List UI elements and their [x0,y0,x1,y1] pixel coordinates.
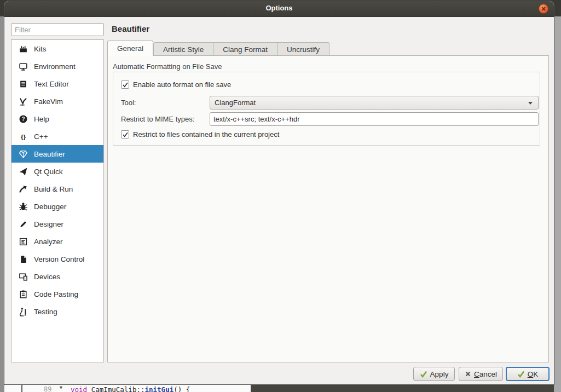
enable-autoformat-checkbox[interactable] [121,80,129,89]
beautifier-icon [18,149,28,159]
analyzer-icon [18,237,28,246]
sidebar-item-label: Debugger [34,203,66,211]
sidebar-item-label: Designer [34,220,63,228]
sidebar-item-label: Analyzer [34,238,63,246]
sidebar-item-kits[interactable]: Kits [11,40,103,57]
tool-label: Tool: [121,99,136,107]
button-label: Cancel [474,370,497,378]
sidebar-item-devices[interactable]: Devices [11,268,103,285]
enable-autoformat-row: Enable auto format on file save [121,80,231,89]
window-title: Options [4,4,554,12]
cpp-icon [18,131,28,141]
mime-types-label: Restrict to MIME types: [121,115,194,123]
sidebar-item-qt-quick[interactable]: Qt Quick [11,163,103,180]
sidebar-item-label: Help [34,115,49,123]
button-label: OK [528,370,539,378]
sidebar-item-fakevim[interactable]: FakeVim [11,93,103,110]
screen: 89 ▼ void CamImuCalib::initGui() { Optio… [0,0,561,392]
sidebar-item-help[interactable]: Help [11,110,103,128]
ok-button[interactable]: OK [506,367,550,381]
version-control-icon [18,254,28,264]
sidebar-item-label: Environment [34,62,76,71]
enable-autoformat-label: Enable auto format on file save [133,80,231,89]
sidebar-item-beautifier[interactable]: Beautifier [11,145,103,163]
sidebar-item-label: Build & Run [34,185,73,193]
sidebar-item-label: Devices [34,273,60,281]
tab-bar: GeneralArtistic StyleClang FormatUncrust… [107,41,329,56]
code-token: CamImuCalib [91,385,137,392]
options-dialog: Options ✕ Kits Environment Text Editor F… [4,1,554,384]
qt-quick-icon [18,166,28,176]
testing-icon [18,307,28,316]
background-left-strip [0,16,4,392]
check-icon [420,370,427,378]
restrict-project-label: Restrict to files contained in the curre… [133,130,279,139]
tool-combobox[interactable]: ClangFormat [210,96,539,109]
sidebar-item-designer[interactable]: Designer [11,215,103,233]
sidebar-item-testing[interactable]: Testing [11,303,103,320]
checkmark-icon [122,82,129,88]
tab-content-pane: Automatic Formatting on File Save Enable… [107,55,549,362]
restrict-project-row: Restrict to files contained in the curre… [121,130,279,139]
fakevim-icon [18,96,28,106]
sidebar-item-label: Version Control [34,255,84,263]
sidebar-item-debugger[interactable]: Debugger [11,198,103,215]
close-icon: ✕ [541,5,546,12]
background-editor-scrollbar[interactable] [554,16,561,392]
tab-uncrustify[interactable]: Uncrustify [277,42,329,56]
sidebar-item-label: Testing [34,308,57,316]
code-token: initGui [145,385,174,392]
tab-artistic-style[interactable]: Artistic Style [153,42,213,56]
code-token: () { [173,385,190,392]
chevron-down-icon [528,102,533,105]
titlebar[interactable]: Options ✕ [4,1,554,17]
devices-icon [18,272,28,281]
sidebar-item-build-run[interactable]: Build & Run [11,180,103,198]
sidebar-item-label: Kits [34,45,47,53]
apply-button[interactable]: Apply [413,367,455,381]
tool-combobox-value: ClangFormat [215,99,256,107]
filter-input[interactable] [11,23,104,36]
sidebar-item-analyzer[interactable]: Analyzer [11,233,103,250]
checkmark-icon [122,131,129,138]
kits-icon [18,44,28,54]
background-code-editor: 89 ▼ void CamImuCalib::initGui() { [4,384,251,392]
sidebar-item-label: Qt Quick [34,168,63,176]
cancel-button[interactable]: Cancel [459,367,503,381]
designer-icon [18,219,28,229]
build-run-icon [18,184,28,194]
editor-margin-line [21,384,22,392]
text-editor-icon [18,79,28,89]
sidebar-item-label: C++ [34,132,48,141]
restrict-project-checkbox[interactable] [121,130,129,139]
tab-general[interactable]: General [107,41,153,56]
cross-icon [465,370,471,378]
autoformat-group: Enable auto format on file save Tool: Cl… [113,72,540,146]
help-icon [18,114,28,124]
sidebar-item-label: Code Pasting [34,290,78,298]
sidebar-item-text-editor[interactable]: Text Editor [11,75,103,93]
tab-label: Uncrustify [287,45,320,54]
fold-marker-icon[interactable]: ▼ [59,385,63,390]
code-token: :: [136,385,144,392]
category-list: Kits Environment Text Editor FakeVim Hel… [11,39,104,362]
tab-label: General [117,44,143,53]
background-dark-strip [251,384,554,392]
editor-line-number: 89 [44,385,51,392]
sidebar-item-cpp[interactable]: C++ [11,128,103,145]
page-title: Beautifier [112,24,149,33]
code-token: void [71,385,91,392]
check-icon [517,370,525,378]
group-title: Automatic Formatting on File Save [113,62,222,71]
code-pasting-icon [18,289,28,299]
editor-code-line: void CamImuCalib::initGui() { [71,385,190,392]
sidebar-item-code-pasting[interactable]: Code Pasting [11,285,103,303]
mime-types-input[interactable] [210,112,539,126]
sidebar-item-version-control[interactable]: Version Control [11,250,103,268]
tab-label: Clang Format [223,45,268,54]
sidebar-item-label: FakeVim [34,97,63,106]
debugger-icon [18,201,28,211]
sidebar-item-environment[interactable]: Environment [11,57,103,75]
close-button[interactable]: ✕ [539,4,548,14]
tab-clang-format[interactable]: Clang Format [213,42,277,56]
